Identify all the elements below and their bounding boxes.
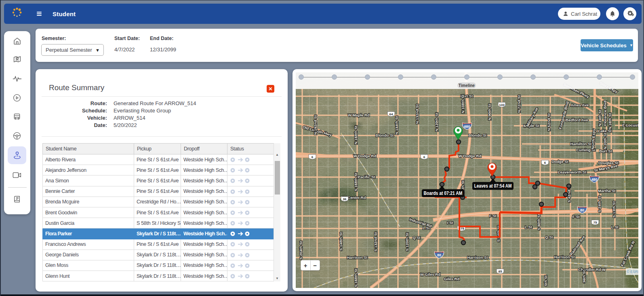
svg-text:S 120th St: S 120th St <box>405 232 409 251</box>
svg-text:680: 680 <box>464 125 470 129</box>
svg-text:S 204th St: S 204th St <box>299 241 303 260</box>
svg-text:80: 80 <box>580 208 584 212</box>
svg-text:Blondo St: Blondo St <box>469 133 487 137</box>
svg-text:Hamilton St: Hamilton St <box>570 142 592 146</box>
svg-text:Blondo St: Blondo St <box>376 133 394 137</box>
svg-text:S 60th St: S 60th St <box>537 214 541 230</box>
svg-text:N 192nd St: N 192nd St <box>313 115 318 135</box>
svg-text:Martha St: Martha St <box>598 188 616 193</box>
svg-text:N 16th St: N 16th St <box>608 113 612 130</box>
svg-text:36: 36 <box>343 197 347 201</box>
svg-text:S 168th St: S 168th St <box>354 172 358 191</box>
svg-text:N 132nd St: N 132nd St <box>415 104 419 124</box>
svg-text:N 20th St: N 20th St <box>603 133 607 150</box>
svg-text:Bedford Ave: Bedford Ave <box>566 118 588 122</box>
svg-text:W Maple Rd: W Maple Rd <box>348 113 370 117</box>
svg-text:Q St: Q St <box>545 235 553 239</box>
svg-text:Leavenworth St: Leavenworth St <box>558 170 587 174</box>
svg-text:N 72nd St: N 72nd St <box>517 95 521 113</box>
svg-text:Giles Rd: Giles Rd <box>444 277 460 281</box>
svg-text:L St: L St <box>611 225 619 229</box>
svg-text:N 90th St: N 90th St <box>487 104 492 121</box>
svg-text:Q St: Q St <box>412 235 421 240</box>
svg-text:S 148th St: S 148th St <box>339 232 343 251</box>
svg-text:W Dodge Rd: W Dodge Rd <box>354 154 377 158</box>
svg-text:80: 80 <box>437 253 441 257</box>
svg-text:E Locust S: E Locust S <box>622 123 638 127</box>
svg-text:N 24th St: N 24th St <box>598 110 602 127</box>
svg-text:Harrison St: Harrison St <box>347 255 368 260</box>
svg-text:75: 75 <box>593 221 597 224</box>
svg-text:5th St: 5th St <box>543 275 548 286</box>
svg-text:N 120th St: N 120th St <box>434 112 439 131</box>
svg-text:S 13th St: S 13th St <box>612 201 616 218</box>
svg-text:F St: F St <box>572 214 580 219</box>
svg-text:133: 133 <box>499 103 505 107</box>
svg-text:F St: F St <box>489 214 497 218</box>
svg-text:L St: L St <box>525 225 532 229</box>
svg-text:S 24th St: S 24th St <box>597 196 602 212</box>
svg-text:W Giles Rd: W Giles Rd <box>420 272 440 277</box>
svg-text:85: 85 <box>499 270 502 273</box>
svg-text:Leaves at 07:54 AM: Leaves at 07:54 AM <box>474 183 512 189</box>
svg-text:Pacific St: Pacific St <box>358 175 376 179</box>
svg-text:S 168th St: S 168th St <box>354 268 358 287</box>
svg-text:N 144th St: N 144th St <box>394 116 399 135</box>
svg-text:N 52nd St: N 52nd St <box>547 113 551 131</box>
svg-text:6: 6 <box>311 155 314 159</box>
svg-text:Florence Blvd: Florence Blvd <box>603 100 607 126</box>
svg-text:6: 6 <box>423 155 425 159</box>
svg-text:W Dodge Rd: W Dodge Rd <box>459 154 482 158</box>
svg-text:Boards at 07:21 AM: Boards at 07:21 AM <box>424 190 463 196</box>
svg-text:36th St: 36th St <box>582 270 586 283</box>
svg-text:6: 6 <box>544 161 546 165</box>
svg-text:I St: I St <box>447 220 454 225</box>
svg-text:N 168th St: N 168th St <box>354 125 358 144</box>
svg-text:Ames Ave: Ames Ave <box>570 103 589 107</box>
svg-text:Harrison St: Harrison St <box>467 255 488 260</box>
svg-text:S 132nd St: S 132nd St <box>373 232 378 252</box>
svg-text:Dodge St: Dodge St <box>551 159 569 164</box>
svg-text:480: 480 <box>591 178 598 182</box>
svg-text:64: 64 <box>389 112 393 116</box>
svg-text:N 108th St: N 108th St <box>461 94 465 113</box>
